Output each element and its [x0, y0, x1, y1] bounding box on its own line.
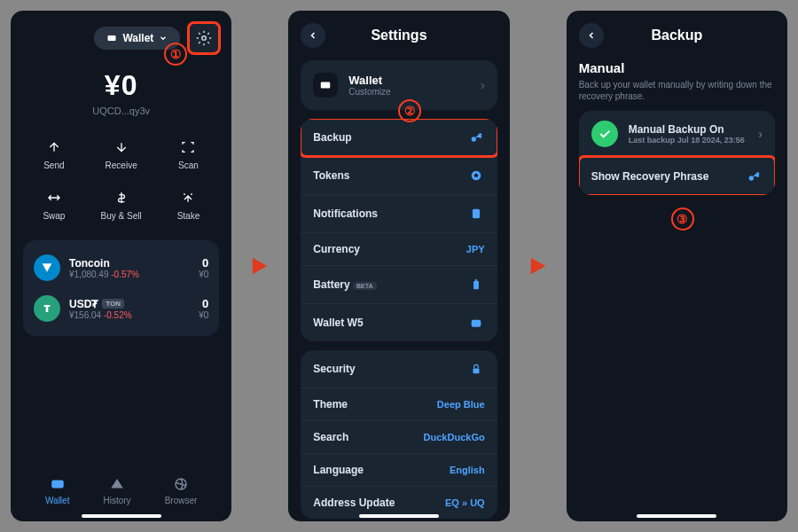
svg-rect-11 — [473, 368, 479, 373]
flow-arrow — [526, 11, 551, 521]
svg-point-12 — [749, 176, 754, 180]
scan-action[interactable]: Scan — [158, 132, 220, 177]
manual-desc: Back up your wallet manually by writing … — [579, 79, 775, 102]
callout-1: ① — [164, 43, 187, 66]
svg-point-5 — [471, 137, 475, 141]
wallet-card[interactable]: Wallet Customize › — [301, 60, 497, 110]
chevron-left-icon — [308, 30, 318, 41]
chevron-right-icon: › — [481, 78, 485, 92]
back-button[interactable] — [301, 23, 325, 48]
currency-row[interactable]: Currency JPY — [301, 232, 497, 265]
backup-row[interactable]: Backup — [301, 119, 497, 156]
bottom-tabs: Wallet History Browser — [11, 469, 231, 512]
settings-button[interactable] — [189, 23, 219, 53]
backup-status-row[interactable]: Manual Backup On Last backup Jul 18 2024… — [579, 111, 775, 157]
search-row[interactable]: Search DuckDuckGo — [301, 420, 497, 453]
dollar-icon — [114, 191, 129, 205]
back-button[interactable] — [579, 23, 604, 48]
arrow-down-icon — [114, 140, 129, 154]
home-indicator — [82, 514, 161, 518]
home-indicator — [637, 514, 716, 518]
svg-rect-0 — [108, 35, 116, 41]
battery-icon — [470, 278, 482, 291]
svg-rect-10 — [471, 320, 481, 327]
page-title: Settings — [371, 27, 426, 43]
wallet-address[interactable]: UQCD...qy3v — [23, 106, 219, 116]
svg-rect-9 — [474, 279, 476, 281]
tokens-row[interactable]: Tokens — [301, 156, 497, 194]
gear-icon — [196, 30, 212, 46]
page-title: Backup — [651, 27, 702, 43]
battery-row[interactable]: Battery BETA — [301, 265, 497, 303]
balance-amount: ¥0 — [23, 69, 219, 102]
wallet-w5-row[interactable]: Wallet W5 — [301, 303, 497, 341]
history-tab-icon — [109, 476, 125, 492]
show-recovery-phrase-row[interactable]: Show Recovery Phrase — [579, 157, 775, 195]
wallet-icon — [319, 79, 332, 91]
tab-history[interactable]: History — [103, 476, 130, 505]
manual-title: Manual — [579, 60, 775, 75]
flow-arrow — [247, 11, 272, 521]
token-row[interactable]: USD₮TON ¥156.04 -0.52% 0 ¥0 — [23, 288, 219, 329]
token-name: Toncoin — [69, 257, 190, 270]
svg-rect-2 — [51, 481, 64, 489]
token-row[interactable]: Toncoin ¥1,080.49 -0.57% 0 ¥0 — [23, 247, 219, 288]
star-icon — [469, 168, 483, 183]
svg-rect-7 — [473, 209, 480, 219]
swap-action[interactable]: Swap — [23, 183, 85, 228]
wallet-screen: Wallet ① ¥0 UQCD...qy3v Send Receive Sca… — [11, 11, 231, 521]
bell-icon — [470, 207, 482, 220]
security-row[interactable]: Security — [301, 350, 497, 387]
svg-rect-8 — [473, 281, 479, 289]
receive-action[interactable]: Receive — [90, 132, 153, 177]
settings-screen: Settings Wallet Customize › ② Backup Tok… — [288, 11, 509, 521]
wallet-icon — [469, 316, 483, 330]
wallet-tab-icon — [50, 476, 66, 492]
arrow-up-icon — [47, 140, 61, 154]
home-indicator — [359, 514, 439, 518]
theme-row[interactable]: Theme Deep Blue — [301, 387, 497, 420]
wallet-selector-label: Wallet — [122, 32, 153, 44]
key-icon — [747, 169, 761, 184]
check-icon — [591, 121, 618, 147]
scan-icon — [181, 140, 195, 154]
stake-action[interactable]: Stake — [158, 183, 220, 228]
send-action[interactable]: Send — [23, 132, 85, 177]
lock-icon — [470, 363, 482, 375]
tokens-list: Toncoin ¥1,080.49 -0.57% 0 ¥0 USD₮TON ¥1… — [23, 240, 219, 336]
chevron-down-icon — [159, 34, 168, 43]
toncoin-icon — [34, 254, 60, 281]
callout-3: ③ — [671, 207, 694, 231]
buy-sell-action[interactable]: Buy & Sell — [90, 183, 153, 228]
browser-tab-icon — [173, 476, 189, 492]
svg-rect-4 — [321, 82, 331, 89]
svg-point-1 — [202, 36, 207, 41]
notifications-row[interactable]: Notifications — [301, 194, 497, 232]
chevron-right-icon: › — [758, 127, 763, 141]
backup-screen: Backup Manual Back up your wallet manual… — [567, 11, 787, 521]
stake-icon — [181, 191, 195, 205]
usdt-icon — [34, 295, 60, 322]
tab-wallet[interactable]: Wallet — [45, 476, 69, 505]
chevron-left-icon — [586, 30, 597, 41]
swap-icon — [47, 191, 61, 205]
language-row[interactable]: Language English — [301, 453, 497, 486]
tab-browser[interactable]: Browser — [165, 476, 198, 505]
wallet-icon — [106, 33, 117, 43]
key-icon — [469, 130, 483, 145]
